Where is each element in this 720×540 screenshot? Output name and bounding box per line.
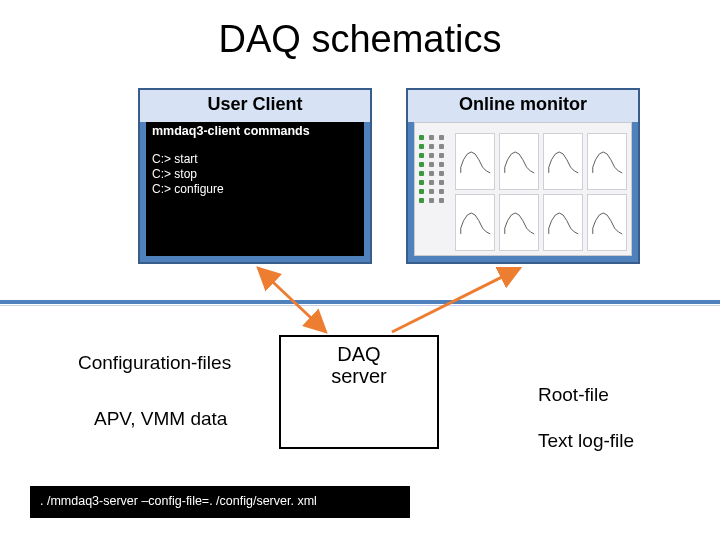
online-monitor-panel: Online monitor	[406, 88, 640, 264]
user-client-panel: User Client mmdaq3-client commands C:> s…	[138, 88, 372, 264]
terminal-line: C:> stop	[152, 167, 358, 182]
daq-server-box: DAQ server	[279, 335, 439, 449]
terminal-line: C:> configure	[152, 182, 358, 197]
arrows-overlay	[0, 0, 720, 540]
histogram-icon	[455, 194, 495, 251]
histogram-icon	[499, 194, 539, 251]
terminal-line: C:> start	[152, 152, 358, 167]
label-apv-vmm: APV, VMM data	[94, 408, 227, 430]
terminal: mmdaq3-client commands C:> start C:> sto…	[146, 122, 364, 256]
page-title: DAQ schematics	[0, 18, 720, 61]
histogram-icon	[587, 194, 627, 251]
histogram-icon	[543, 194, 583, 251]
histogram-icon	[587, 133, 627, 190]
histogram-icon	[455, 133, 495, 190]
histogram-icon	[499, 133, 539, 190]
daq-line1: DAQ	[281, 343, 437, 365]
label-root-file: Root-file	[538, 384, 609, 406]
label-config-files: Configuration-files	[78, 352, 231, 374]
label-text-log: Text log-file	[538, 430, 634, 452]
monitor-charts	[455, 133, 627, 251]
terminal-title: mmdaq3-client commands	[152, 124, 358, 152]
user-client-header: User Client	[140, 90, 370, 122]
divider	[0, 300, 720, 306]
daq-line2: server	[281, 365, 437, 387]
command-bar: . /mmdaq3-server –config-file=. /config/…	[30, 486, 410, 518]
histogram-icon	[543, 133, 583, 190]
monitor-window	[414, 122, 632, 256]
monitor-tree-icons	[417, 133, 451, 253]
online-monitor-header: Online monitor	[408, 90, 638, 122]
